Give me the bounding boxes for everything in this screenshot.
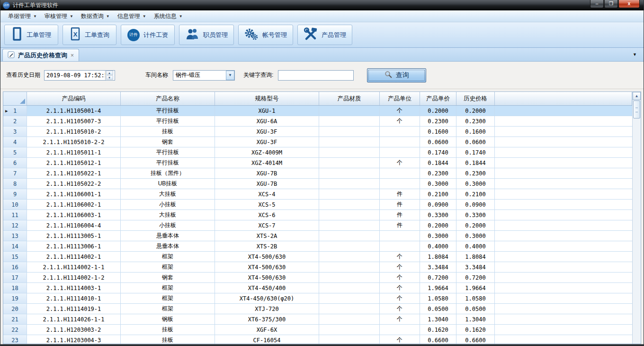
cell-price[interactable]: 0.7200	[420, 273, 456, 282]
search-button[interactable]: 查询	[367, 68, 426, 82]
table-row[interactable]: ▶2 2.1.1.H1105007-3 平行挂板 XGU-6A 个 0.2300…	[3, 116, 632, 127]
cell-product-code[interactable]: 2.1.1.H1105007-3	[27, 116, 121, 126]
cell-price[interactable]: 0.2300	[420, 116, 456, 126]
cell-product-code[interactable]: 2.1.1.H1113005-1	[27, 231, 121, 241]
cell-spec-model[interactable]: XT4-450/400	[215, 283, 319, 293]
cell-product-name[interactable]: 悬垂本体	[121, 241, 215, 251]
cell-unit[interactable]	[380, 147, 420, 157]
cell-product-code[interactable]: 2.1.1.H1105022-1	[27, 168, 121, 178]
workshop-select[interactable]: 钢件-锻压 ▼	[173, 70, 235, 81]
cell-product-name[interactable]: UB挂板	[121, 179, 215, 189]
cell-product-code[interactable]: 2.1.1.H1114019-1	[27, 304, 121, 314]
cell-price[interactable]: 0.0900	[420, 200, 456, 209]
cell-price[interactable]: 1.3040	[420, 314, 456, 324]
cell-unit[interactable]	[380, 231, 420, 241]
cell-unit[interactable]: 个	[380, 283, 420, 293]
cell-material[interactable]	[319, 116, 380, 126]
tab-product-history-price[interactable]: 产品历史价格查询 ×	[2, 49, 79, 61]
cell-product-name[interactable]: 挂板	[121, 335, 215, 344]
cell-unit[interactable]: 件	[380, 189, 420, 199]
cell-unit[interactable]: 个	[380, 158, 420, 168]
table-row[interactable]: ▶23 2.1.1.H1203004-3 挂板 CF-16054 个 0.660…	[3, 335, 632, 344]
account-manage-button[interactable]: 帐号管理	[238, 25, 293, 45]
cell-product-name[interactable]: 大挂板	[121, 210, 215, 220]
history-date-value[interactable]	[45, 71, 105, 80]
scroll-up-icon[interactable]: ▲	[633, 92, 641, 100]
cell-unit[interactable]	[380, 325, 420, 335]
cell-unit[interactable]: 个	[380, 335, 420, 344]
cell-price[interactable]: 1.8084	[420, 252, 456, 262]
cell-price[interactable]: 0.1620	[420, 325, 456, 335]
cell-unit[interactable]	[380, 168, 420, 178]
cell-price[interactable]: 0.1844	[420, 158, 456, 168]
cell-price[interactable]: 0.2300	[420, 168, 456, 178]
cell-material[interactable]	[319, 179, 380, 189]
cell-product-code[interactable]: 2.1.1.H1106004-4	[27, 220, 121, 230]
cell-price[interactable]: 3.3484	[420, 262, 456, 272]
cell-product-code[interactable]: 2.1.1.H1105012-1	[27, 158, 121, 168]
cell-material[interactable]	[319, 314, 380, 324]
cell-spec-model[interactable]: XCS-4	[215, 189, 319, 199]
minimize-button[interactable]: –	[590, 0, 604, 8]
table-row[interactable]: ▶4 2.1.1.H1105010-2-2 钢套 XGU-3F 0.0600 0…	[3, 137, 632, 147]
column-header-material[interactable]: 产品材质	[319, 92, 380, 105]
cell-product-name[interactable]: 小挂板	[121, 220, 215, 230]
cell-price[interactable]: 1.9664	[420, 283, 456, 293]
cell-product-name[interactable]: 平行挂板	[121, 158, 215, 168]
menu-item-system[interactable]: 系统信息▼	[150, 11, 187, 22]
cell-history-price[interactable]: 0.2300	[456, 168, 495, 178]
cell-material[interactable]	[319, 241, 380, 251]
product-manage-button[interactable]: 产品管理	[297, 25, 352, 45]
cell-product-name[interactable]: 平行挂板	[121, 147, 215, 157]
cell-product-code[interactable]: 2.1.1.H1114002-1-1	[27, 262, 121, 272]
history-date-input[interactable]: ▲ ▼	[44, 70, 115, 81]
column-header-name[interactable]: 产品名称	[121, 92, 215, 105]
menu-item-data-query[interactable]: 数据查询▼	[77, 11, 114, 22]
cell-history-price[interactable]: 1.3040	[456, 314, 495, 324]
table-row[interactable]: ▶10 2.1.1.H1106002-1 小挂板 XCS-5 件 0.0900 …	[3, 200, 632, 210]
table-row[interactable]: ▶14 2.1.1.H1113006-1 悬垂本体 XTS-2B 0.4000 …	[3, 241, 632, 252]
cell-material[interactable]	[319, 200, 380, 209]
table-row[interactable]: ▶18 2.1.1.H1114003-1 框架 XT4-450/400 个 1.…	[3, 283, 632, 293]
cell-product-code[interactable]: 2.1.1.H1105022-2	[27, 179, 121, 189]
cell-history-price[interactable]: 0.0500	[456, 304, 495, 314]
cell-material[interactable]	[319, 273, 380, 282]
cell-history-price[interactable]: 1.9664	[456, 283, 495, 293]
table-row[interactable]: ▶21 2.1.1.H1114026-1-1 钢板 XT6-375/300 个 …	[3, 314, 632, 325]
cell-spec-model[interactable]: XGU-7B	[215, 168, 319, 178]
spin-up-icon[interactable]: ▲	[106, 71, 113, 75]
cell-price[interactable]: 0.3300	[420, 210, 456, 220]
cell-unit[interactable]: 个	[380, 106, 420, 116]
column-header-unit[interactable]: 产品单位	[380, 92, 420, 105]
cell-product-code[interactable]: 2.1.1.H1106002-1	[27, 200, 121, 209]
cell-history-price[interactable]: 0.1844	[456, 158, 495, 168]
cell-product-name[interactable]: 挂板	[121, 127, 215, 137]
cell-history-price[interactable]: 1.0580	[456, 293, 495, 303]
cell-history-price[interactable]: 0.2000	[456, 106, 495, 116]
cell-material[interactable]	[319, 283, 380, 293]
cell-product-name[interactable]: 框架	[121, 283, 215, 293]
cell-product-code[interactable]: 2.1.1.H1105010-2-2	[27, 137, 121, 147]
table-row[interactable]: ▶3 2.1.1.H1105010-2 挂板 XGU-3F 0.1600 0.1…	[3, 127, 632, 137]
table-row[interactable]: ▶6 2.1.1.H1105012-1 平行挂板 XGZ-4014M 个 0.1…	[3, 158, 632, 168]
cell-spec-model[interactable]: XT4-500/630	[215, 252, 319, 262]
cell-product-code[interactable]: 2.1.1.H1203004-3	[27, 335, 121, 344]
cell-material[interactable]	[319, 231, 380, 241]
cell-spec-model[interactable]: XGU-6A	[215, 116, 319, 126]
table-row[interactable]: ▶13 2.1.1.H1113005-1 悬垂本体 XTS-2A 0.3000 …	[3, 231, 632, 241]
cell-unit[interactable]: 个	[380, 314, 420, 324]
tab-close-icon[interactable]: ×	[71, 52, 74, 59]
cell-history-price[interactable]: 0.3300	[456, 210, 495, 220]
cell-spec-model[interactable]: XT6-375/300	[215, 314, 319, 324]
cell-spec-model[interactable]: XGF-6X	[215, 325, 319, 335]
table-row[interactable]: ▶12 2.1.1.H1106004-4 小挂板 XCS-7 件 0.2000 …	[3, 220, 632, 231]
cell-product-name[interactable]: 悬垂本体	[121, 231, 215, 241]
cell-history-price[interactable]: 0.6600	[456, 335, 495, 344]
cell-spec-model[interactable]: XT4-450/630(φ20)	[215, 293, 319, 303]
table-row[interactable]: ▶20 2.1.1.H1114019-1 框架 XTJ-720 个 0.0500…	[3, 304, 632, 314]
cell-history-price[interactable]: 3.3484	[456, 262, 495, 272]
grid-corner-cell[interactable]	[3, 92, 27, 105]
cell-unit[interactable]: 个	[380, 262, 420, 272]
combo-dropdown-icon[interactable]: ▼	[226, 71, 234, 80]
column-header-price[interactable]: 产品单价	[420, 92, 456, 105]
